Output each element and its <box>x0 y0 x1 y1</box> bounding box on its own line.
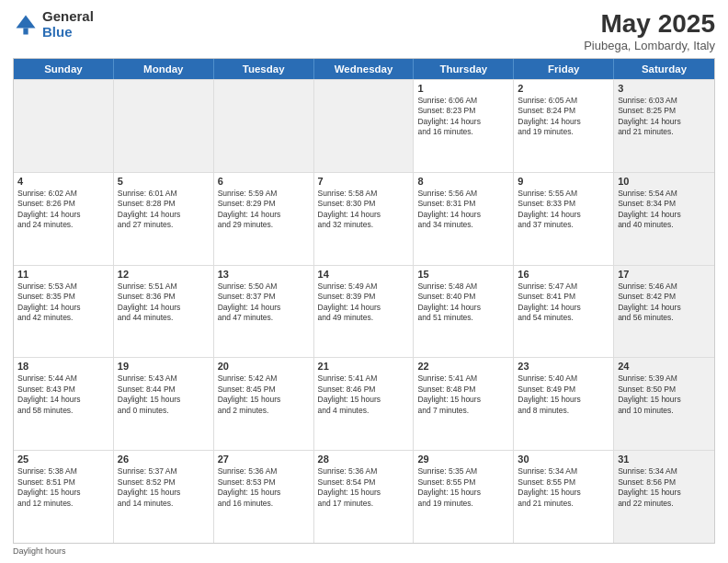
calendar-cell-27: 27Sunrise: 5:36 AM Sunset: 8:53 PM Dayli… <box>214 451 314 543</box>
cell-sunrise-text: Sunrise: 5:48 AM Sunset: 8:40 PM Dayligh… <box>417 282 509 324</box>
calendar-row-3: 18Sunrise: 5:44 AM Sunset: 8:43 PM Dayli… <box>14 357 714 450</box>
cell-sunrise-text: Sunrise: 5:38 AM Sunset: 8:51 PM Dayligh… <box>17 466 109 509</box>
day-number: 21 <box>318 361 410 372</box>
cell-sunrise-text: Sunrise: 5:50 AM Sunset: 8:37 PM Dayligh… <box>218 282 310 324</box>
calendar-cell-4: 4Sunrise: 6:02 AM Sunset: 8:26 PM Daylig… <box>14 173 114 265</box>
logo-icon <box>13 12 39 38</box>
calendar-cell-empty-0-2 <box>214 80 314 172</box>
calendar-cell-19: 19Sunrise: 5:43 AM Sunset: 8:44 PM Dayli… <box>114 358 214 450</box>
calendar-cell-7: 7Sunrise: 5:58 AM Sunset: 8:30 PM Daylig… <box>314 173 415 265</box>
day-number: 23 <box>518 361 609 372</box>
day-number: 26 <box>118 454 210 465</box>
page: General Blue May 2025 Piubega, Lombardy,… <box>0 0 728 563</box>
cell-sunrise-text: Sunrise: 5:35 AM Sunset: 8:55 PM Dayligh… <box>417 466 509 509</box>
calendar-cell-empty-0-3 <box>314 80 415 172</box>
calendar-cell-23: 23Sunrise: 5:40 AM Sunset: 8:49 PM Dayli… <box>514 358 614 450</box>
weekday-header-monday: Monday <box>114 59 214 79</box>
header: General Blue May 2025 Piubega, Lombardy,… <box>13 9 715 52</box>
calendar-cell-25: 25Sunrise: 5:38 AM Sunset: 8:51 PM Dayli… <box>14 451 114 543</box>
day-number: 3 <box>618 83 711 94</box>
logo-blue-text: Blue <box>42 25 94 40</box>
calendar-cell-16: 16Sunrise: 5:47 AM Sunset: 8:41 PM Dayli… <box>514 266 614 358</box>
calendar-cell-10: 10Sunrise: 5:54 AM Sunset: 8:34 PM Dayli… <box>614 173 714 265</box>
day-number: 2 <box>518 83 609 94</box>
title-block: May 2025 Piubega, Lombardy, Italy <box>584 9 715 52</box>
calendar-row-2: 11Sunrise: 5:53 AM Sunset: 8:35 PM Dayli… <box>14 265 714 358</box>
cell-sunrise-text: Sunrise: 6:01 AM Sunset: 8:28 PM Dayligh… <box>118 189 210 231</box>
title-month: May 2025 <box>584 9 715 39</box>
calendar-cell-6: 6Sunrise: 5:59 AM Sunset: 8:29 PM Daylig… <box>214 173 314 265</box>
day-number: 22 <box>417 361 509 372</box>
cell-sunrise-text: Sunrise: 5:54 AM Sunset: 8:34 PM Dayligh… <box>618 189 711 231</box>
calendar-cell-28: 28Sunrise: 5:36 AM Sunset: 8:54 PM Dayli… <box>314 451 415 543</box>
svg-rect-1 <box>23 28 28 34</box>
weekday-header-sunday: Sunday <box>14 59 114 79</box>
day-number: 10 <box>618 176 711 187</box>
calendar-cell-empty-0-0 <box>14 80 114 172</box>
cell-sunrise-text: Sunrise: 6:05 AM Sunset: 8:24 PM Dayligh… <box>518 96 609 138</box>
cell-sunrise-text: Sunrise: 5:43 AM Sunset: 8:44 PM Dayligh… <box>118 373 210 416</box>
calendar-cell-31: 31Sunrise: 5:34 AM Sunset: 8:56 PM Dayli… <box>614 451 714 543</box>
cell-sunrise-text: Sunrise: 6:06 AM Sunset: 8:23 PM Dayligh… <box>417 96 509 138</box>
svg-marker-0 <box>17 15 36 28</box>
cell-sunrise-text: Sunrise: 5:40 AM Sunset: 8:49 PM Dayligh… <box>518 373 609 416</box>
day-number: 13 <box>218 269 310 280</box>
logo-text: General Blue <box>42 9 94 40</box>
calendar-cell-9: 9Sunrise: 5:55 AM Sunset: 8:33 PM Daylig… <box>514 173 614 265</box>
title-location: Piubega, Lombardy, Italy <box>584 39 715 52</box>
calendar-header: SundayMondayTuesdayWednesdayThursdayFrid… <box>14 59 714 79</box>
day-number: 17 <box>618 269 711 280</box>
day-number: 1 <box>417 83 509 94</box>
weekday-header-saturday: Saturday <box>614 59 714 79</box>
weekday-header-thursday: Thursday <box>414 59 514 79</box>
calendar: SundayMondayTuesdayWednesdayThursdayFrid… <box>13 58 715 544</box>
calendar-cell-5: 5Sunrise: 6:01 AM Sunset: 8:28 PM Daylig… <box>114 173 214 265</box>
day-number: 28 <box>318 454 410 465</box>
calendar-cell-21: 21Sunrise: 5:41 AM Sunset: 8:46 PM Dayli… <box>314 358 415 450</box>
cell-sunrise-text: Sunrise: 5:41 AM Sunset: 8:46 PM Dayligh… <box>318 373 410 416</box>
calendar-cell-24: 24Sunrise: 5:39 AM Sunset: 8:50 PM Dayli… <box>614 358 714 450</box>
day-number: 4 <box>17 176 109 187</box>
calendar-row-1: 4Sunrise: 6:02 AM Sunset: 8:26 PM Daylig… <box>14 172 714 265</box>
calendar-cell-29: 29Sunrise: 5:35 AM Sunset: 8:55 PM Dayli… <box>414 451 514 543</box>
calendar-cell-8: 8Sunrise: 5:56 AM Sunset: 8:31 PM Daylig… <box>414 173 514 265</box>
logo-general-text: General <box>42 9 94 25</box>
day-number: 30 <box>518 454 609 465</box>
calendar-cell-15: 15Sunrise: 5:48 AM Sunset: 8:40 PM Dayli… <box>414 266 514 358</box>
footer-note: Daylight hours <box>13 546 715 556</box>
calendar-cell-30: 30Sunrise: 5:34 AM Sunset: 8:55 PM Dayli… <box>514 451 614 543</box>
calendar-cell-1: 1Sunrise: 6:06 AM Sunset: 8:23 PM Daylig… <box>414 80 514 172</box>
weekday-header-wednesday: Wednesday <box>314 59 415 79</box>
day-number: 7 <box>318 176 410 187</box>
day-number: 31 <box>618 454 711 465</box>
calendar-cell-3: 3Sunrise: 6:03 AM Sunset: 8:25 PM Daylig… <box>614 80 714 172</box>
calendar-cell-11: 11Sunrise: 5:53 AM Sunset: 8:35 PM Dayli… <box>14 266 114 358</box>
day-number: 15 <box>417 269 509 280</box>
cell-sunrise-text: Sunrise: 5:37 AM Sunset: 8:52 PM Dayligh… <box>118 466 210 509</box>
day-number: 8 <box>417 176 509 187</box>
cell-sunrise-text: Sunrise: 6:03 AM Sunset: 8:25 PM Dayligh… <box>618 96 711 138</box>
weekday-header-friday: Friday <box>514 59 614 79</box>
weekday-header-tuesday: Tuesday <box>214 59 314 79</box>
calendar-cell-empty-0-1 <box>114 80 214 172</box>
calendar-cell-17: 17Sunrise: 5:46 AM Sunset: 8:42 PM Dayli… <box>614 266 714 358</box>
day-number: 16 <box>518 269 609 280</box>
cell-sunrise-text: Sunrise: 5:51 AM Sunset: 8:36 PM Dayligh… <box>118 282 210 324</box>
cell-sunrise-text: Sunrise: 5:42 AM Sunset: 8:45 PM Dayligh… <box>218 373 310 416</box>
cell-sunrise-text: Sunrise: 5:36 AM Sunset: 8:53 PM Dayligh… <box>218 466 310 509</box>
cell-sunrise-text: Sunrise: 5:44 AM Sunset: 8:43 PM Dayligh… <box>17 373 109 416</box>
calendar-cell-26: 26Sunrise: 5:37 AM Sunset: 8:52 PM Dayli… <box>114 451 214 543</box>
calendar-cell-13: 13Sunrise: 5:50 AM Sunset: 8:37 PM Dayli… <box>214 266 314 358</box>
cell-sunrise-text: Sunrise: 5:34 AM Sunset: 8:55 PM Dayligh… <box>518 466 609 509</box>
day-number: 11 <box>17 269 109 280</box>
calendar-cell-2: 2Sunrise: 6:05 AM Sunset: 8:24 PM Daylig… <box>514 80 614 172</box>
calendar-cell-18: 18Sunrise: 5:44 AM Sunset: 8:43 PM Dayli… <box>14 358 114 450</box>
cell-sunrise-text: Sunrise: 5:55 AM Sunset: 8:33 PM Dayligh… <box>518 189 609 231</box>
day-number: 24 <box>618 361 711 372</box>
day-number: 14 <box>318 269 410 280</box>
cell-sunrise-text: Sunrise: 5:47 AM Sunset: 8:41 PM Dayligh… <box>518 282 609 324</box>
day-number: 27 <box>218 454 310 465</box>
day-number: 25 <box>17 454 109 465</box>
cell-sunrise-text: Sunrise: 5:41 AM Sunset: 8:48 PM Dayligh… <box>417 373 509 416</box>
calendar-cell-20: 20Sunrise: 5:42 AM Sunset: 8:45 PM Dayli… <box>214 358 314 450</box>
